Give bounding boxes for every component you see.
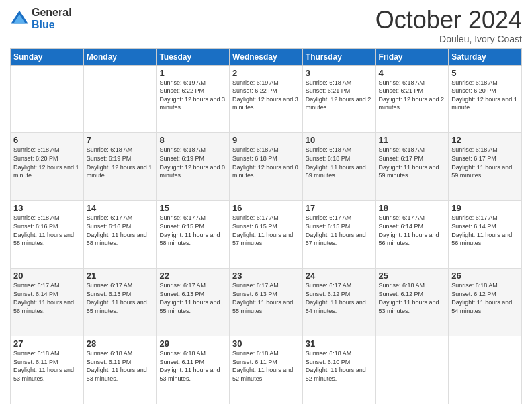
calendar-cell: 3Sunrise: 6:18 AM Sunset: 6:21 PM Daylig… <box>302 65 375 133</box>
day-info: Sunrise: 6:18 AM Sunset: 6:12 PM Dayligh… <box>379 282 439 314</box>
day-number: 13 <box>13 203 81 213</box>
day-info: Sunrise: 6:17 AM Sunset: 6:15 PM Dayligh… <box>306 214 366 246</box>
day-number: 1 <box>159 68 226 78</box>
day-number: 16 <box>232 203 300 213</box>
day-number: 4 <box>379 68 446 78</box>
day-number: 3 <box>306 68 373 78</box>
day-info: Sunrise: 6:17 AM Sunset: 6:15 PM Dayligh… <box>232 214 293 246</box>
day-number: 22 <box>159 271 226 281</box>
title-block: October 2024 Douleu, Ivory Coast <box>375 7 522 44</box>
day-number: 25 <box>379 271 446 281</box>
calendar-header-saturday: Saturday <box>449 48 522 65</box>
day-info: Sunrise: 6:18 AM Sunset: 6:19 PM Dayligh… <box>87 146 152 179</box>
calendar-header-friday: Friday <box>375 48 449 65</box>
day-info: Sunrise: 6:18 AM Sunset: 6:18 PM Dayligh… <box>232 146 298 179</box>
day-info: Sunrise: 6:19 AM Sunset: 6:22 PM Dayligh… <box>159 79 225 111</box>
day-info: Sunrise: 6:17 AM Sunset: 6:16 PM Dayligh… <box>87 214 147 246</box>
calendar-week-2: 13Sunrise: 6:18 AM Sunset: 6:16 PM Dayli… <box>11 201 522 269</box>
day-number: 7 <box>87 135 154 145</box>
day-number: 19 <box>451 203 519 213</box>
day-info: Sunrise: 6:19 AM Sunset: 6:22 PM Dayligh… <box>232 79 298 111</box>
calendar-cell: 19Sunrise: 6:17 AM Sunset: 6:14 PM Dayli… <box>449 201 522 269</box>
calendar-cell: 18Sunrise: 6:17 AM Sunset: 6:14 PM Dayli… <box>375 201 449 269</box>
day-number: 2 <box>232 68 300 78</box>
day-info: Sunrise: 6:18 AM Sunset: 6:12 PM Dayligh… <box>451 282 512 314</box>
day-info: Sunrise: 6:18 AM Sunset: 6:18 PM Dayligh… <box>306 146 366 179</box>
day-info: Sunrise: 6:17 AM Sunset: 6:14 PM Dayligh… <box>451 214 512 246</box>
calendar-week-4: 27Sunrise: 6:18 AM Sunset: 6:11 PM Dayli… <box>11 336 522 404</box>
day-number: 21 <box>87 271 154 281</box>
logo-blue: Blue <box>32 19 72 31</box>
day-number: 18 <box>379 203 446 213</box>
calendar-cell: 6Sunrise: 6:18 AM Sunset: 6:20 PM Daylig… <box>11 133 84 201</box>
calendar-cell: 20Sunrise: 6:17 AM Sunset: 6:14 PM Dayli… <box>11 269 84 336</box>
calendar-header-thursday: Thursday <box>302 48 375 65</box>
day-number: 30 <box>232 338 300 349</box>
day-info: Sunrise: 6:18 AM Sunset: 6:10 PM Dayligh… <box>306 350 366 382</box>
calendar-cell: 26Sunrise: 6:18 AM Sunset: 6:12 PM Dayli… <box>449 269 522 336</box>
calendar-cell: 2Sunrise: 6:19 AM Sunset: 6:22 PM Daylig… <box>230 65 303 133</box>
calendar-cell: 21Sunrise: 6:17 AM Sunset: 6:13 PM Dayli… <box>83 269 157 336</box>
calendar-cell: 5Sunrise: 6:18 AM Sunset: 6:20 PM Daylig… <box>449 65 522 133</box>
calendar-cell <box>83 65 157 133</box>
day-number: 14 <box>87 203 154 213</box>
location-subtitle: Douleu, Ivory Coast <box>375 34 522 44</box>
day-info: Sunrise: 6:17 AM Sunset: 6:12 PM Dayligh… <box>306 282 366 314</box>
day-number: 12 <box>451 135 519 145</box>
logo: General Blue <box>10 7 72 30</box>
day-number: 31 <box>306 338 373 349</box>
day-number: 6 <box>13 135 81 145</box>
day-info: Sunrise: 6:18 AM Sunset: 6:11 PM Dayligh… <box>159 350 220 382</box>
calendar-week-0: 1Sunrise: 6:19 AM Sunset: 6:22 PM Daylig… <box>11 65 522 133</box>
day-info: Sunrise: 6:18 AM Sunset: 6:19 PM Dayligh… <box>159 146 225 179</box>
day-info: Sunrise: 6:18 AM Sunset: 6:21 PM Dayligh… <box>379 79 445 111</box>
calendar-cell: 17Sunrise: 6:17 AM Sunset: 6:15 PM Dayli… <box>302 201 375 269</box>
calendar-cell: 22Sunrise: 6:17 AM Sunset: 6:13 PM Dayli… <box>157 269 230 336</box>
month-title: October 2024 <box>375 7 522 34</box>
day-number: 15 <box>159 203 226 213</box>
calendar-cell: 7Sunrise: 6:18 AM Sunset: 6:19 PM Daylig… <box>83 133 157 201</box>
day-number: 28 <box>87 338 154 349</box>
calendar-cell <box>449 336 522 404</box>
calendar-header-tuesday: Tuesday <box>157 48 230 65</box>
calendar-week-1: 6Sunrise: 6:18 AM Sunset: 6:20 PM Daylig… <box>11 133 522 201</box>
header: General Blue October 2024 Douleu, Ivory … <box>10 7 522 44</box>
day-info: Sunrise: 6:18 AM Sunset: 6:11 PM Dayligh… <box>87 350 147 382</box>
calendar-header-sunday: Sunday <box>11 48 84 65</box>
calendar-cell: 24Sunrise: 6:17 AM Sunset: 6:12 PM Dayli… <box>302 269 375 336</box>
calendar-cell <box>11 65 84 133</box>
day-number: 9 <box>232 135 300 145</box>
calendar-week-3: 20Sunrise: 6:17 AM Sunset: 6:14 PM Dayli… <box>11 269 522 336</box>
calendar-cell: 31Sunrise: 6:18 AM Sunset: 6:10 PM Dayli… <box>302 336 375 404</box>
calendar-cell: 4Sunrise: 6:18 AM Sunset: 6:21 PM Daylig… <box>375 65 449 133</box>
calendar-cell: 11Sunrise: 6:18 AM Sunset: 6:17 PM Dayli… <box>375 133 449 201</box>
day-info: Sunrise: 6:17 AM Sunset: 6:13 PM Dayligh… <box>159 282 220 314</box>
calendar-cell: 29Sunrise: 6:18 AM Sunset: 6:11 PM Dayli… <box>157 336 230 404</box>
calendar-cell: 12Sunrise: 6:18 AM Sunset: 6:17 PM Dayli… <box>449 133 522 201</box>
day-number: 26 <box>451 271 519 281</box>
day-number: 27 <box>13 338 81 349</box>
calendar-header-row: SundayMondayTuesdayWednesdayThursdayFrid… <box>11 48 522 65</box>
calendar-cell: 13Sunrise: 6:18 AM Sunset: 6:16 PM Dayli… <box>11 201 84 269</box>
day-number: 5 <box>451 68 519 78</box>
calendar: SundayMondayTuesdayWednesdayThursdayFrid… <box>10 48 522 404</box>
calendar-cell: 14Sunrise: 6:17 AM Sunset: 6:16 PM Dayli… <box>83 201 157 269</box>
logo-icon <box>10 9 29 28</box>
day-number: 11 <box>379 135 446 145</box>
calendar-cell: 9Sunrise: 6:18 AM Sunset: 6:18 PM Daylig… <box>230 133 303 201</box>
day-info: Sunrise: 6:18 AM Sunset: 6:17 PM Dayligh… <box>451 146 512 179</box>
day-info: Sunrise: 6:18 AM Sunset: 6:20 PM Dayligh… <box>13 146 79 179</box>
day-number: 20 <box>13 271 81 281</box>
day-number: 17 <box>306 203 373 213</box>
calendar-cell <box>375 336 449 404</box>
calendar-header-monday: Monday <box>83 48 157 65</box>
calendar-cell: 30Sunrise: 6:18 AM Sunset: 6:11 PM Dayli… <box>230 336 303 404</box>
day-info: Sunrise: 6:18 AM Sunset: 6:21 PM Dayligh… <box>306 79 371 111</box>
calendar-cell: 15Sunrise: 6:17 AM Sunset: 6:15 PM Dayli… <box>157 201 230 269</box>
calendar-cell: 28Sunrise: 6:18 AM Sunset: 6:11 PM Dayli… <box>83 336 157 404</box>
calendar-cell: 1Sunrise: 6:19 AM Sunset: 6:22 PM Daylig… <box>157 65 230 133</box>
calendar-cell: 25Sunrise: 6:18 AM Sunset: 6:12 PM Dayli… <box>375 269 449 336</box>
day-number: 10 <box>306 135 373 145</box>
day-number: 29 <box>159 338 226 349</box>
day-info: Sunrise: 6:18 AM Sunset: 6:17 PM Dayligh… <box>379 146 439 179</box>
